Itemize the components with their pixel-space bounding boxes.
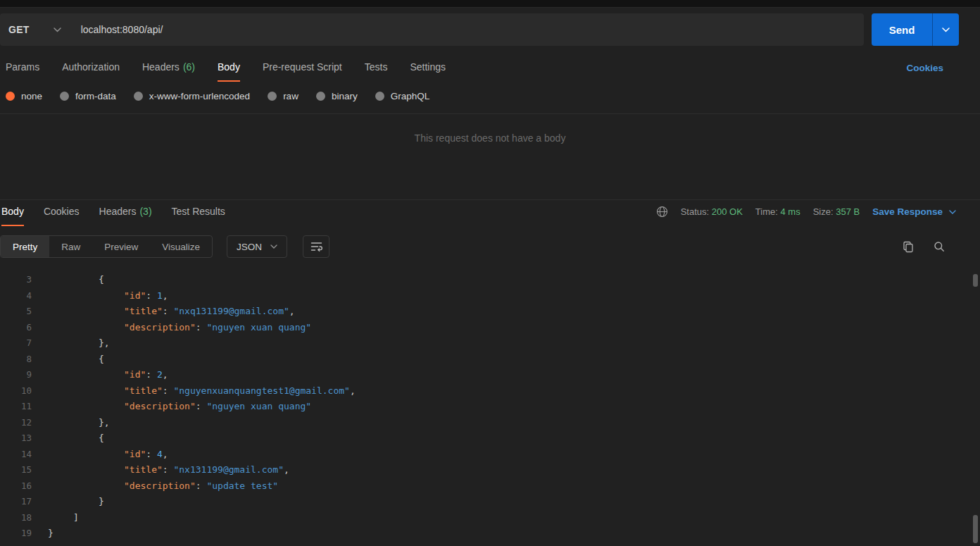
line-number: 5 [0, 304, 32, 320]
empty-body-message: This request does not have a body [0, 114, 980, 199]
line-number: 6 [0, 320, 32, 336]
vertical-scrollbar-thumb[interactable] [973, 274, 978, 287]
line-number: 9 [0, 367, 32, 383]
line-number: 11 [0, 399, 32, 415]
response-tabs: Body Cookies Headers(3) Test Results [1, 200, 225, 226]
line-number: 15 [0, 462, 32, 478]
copy-icon [903, 241, 914, 253]
body-type-radio[interactable]: form-data [60, 91, 116, 101]
code-line: 3{ [0, 272, 980, 288]
code-lines: 3{4"id": 1,5"title": "nxq131199@gmail.co… [0, 272, 980, 542]
line-number: 8 [0, 352, 32, 368]
method-label: GET [8, 24, 30, 35]
code-line: 14"id": 4, [0, 447, 980, 463]
response-meta-item: Status: 200 OK [681, 206, 743, 217]
save-response-button[interactable]: Save Response [872, 206, 956, 217]
body-type-radio[interactable]: raw [268, 91, 299, 101]
chevron-down-icon [949, 210, 956, 214]
send-button-group: Send [872, 13, 959, 46]
line-number: 7 [0, 335, 32, 352]
code-line: 9"id": 2, [0, 367, 980, 383]
vertical-scrollbar-thumb[interactable] [973, 515, 978, 543]
view-tab[interactable]: Pretty [1, 236, 49, 257]
response-meta: Status: 200 OK Time: 4 ms Size: 357 B Sa… [656, 206, 956, 226]
line-number: 13 [0, 430, 32, 447]
response-meta-item: Time: 4 ms [755, 206, 800, 217]
code-line: 16"description": "update test" [0, 478, 980, 495]
radio-dot-icon [375, 92, 384, 101]
radio-dot-icon [134, 92, 143, 101]
radio-dot-icon [316, 92, 325, 101]
response-tab[interactable]: Body [1, 200, 24, 226]
code-line: 10"title": "nguyenxuanquangtest1@gmail.c… [0, 383, 980, 399]
view-tab[interactable]: Visualize [150, 236, 212, 257]
network-globe-icon[interactable] [656, 206, 668, 218]
body-type-radio[interactable]: x-www-form-urlencoded [134, 91, 250, 101]
format-select[interactable]: JSON [227, 235, 287, 258]
response-view-tabs: PrettyRawPreviewVisualize [0, 235, 213, 258]
url-row: GET Send [0, 8, 980, 56]
code-line: 19} [0, 526, 980, 542]
radio-dot-icon [60, 92, 69, 101]
body-type-radio[interactable]: none [6, 91, 42, 101]
request-tab[interactable]: Headers(6) [142, 56, 195, 82]
wrap-text-button[interactable] [303, 235, 329, 258]
format-select-value: JSON [237, 242, 262, 252]
response-pane: Body Cookies Headers(3) Test Results Sta… [0, 199, 980, 541]
request-tab[interactable]: Tests [365, 56, 388, 82]
code-line: 12}, [0, 415, 980, 431]
line-number: 16 [0, 478, 32, 495]
request-tabs-row: Params Authorization Headers(6) Body Pre… [0, 56, 980, 82]
url-input[interactable] [73, 13, 864, 46]
view-tab[interactable]: Preview [92, 236, 150, 257]
request-tab[interactable]: Authorization [62, 56, 120, 82]
request-tab[interactable]: Pre-request Script [263, 56, 342, 82]
code-line: 4"id": 1, [0, 288, 980, 304]
request-tab[interactable]: Params [6, 56, 39, 82]
search-icon [934, 241, 945, 252]
response-tab[interactable]: Headers(3) [99, 200, 152, 226]
body-type-radio[interactable]: GraphQL [375, 91, 430, 101]
code-line: 11"description": "nguyen xuan quang" [0, 399, 980, 415]
line-number: 4 [0, 288, 32, 304]
copy-button[interactable] [903, 241, 914, 253]
line-number: 19 [0, 526, 32, 542]
method-select[interactable]: GET [0, 13, 73, 46]
request-tab[interactable]: Settings [410, 56, 446, 82]
wrap-text-icon [310, 242, 322, 252]
send-button[interactable]: Send [872, 13, 932, 46]
url-bar: GET [0, 13, 864, 46]
request-tab[interactable]: Body [218, 56, 240, 82]
window-top-strip [0, 0, 980, 8]
response-tab[interactable]: Cookies [44, 200, 80, 226]
line-number: 17 [0, 494, 32, 510]
chevron-down-icon [942, 27, 950, 32]
code-line: 18] [0, 510, 980, 526]
response-body-viewer[interactable]: 3{4"id": 1,5"title": "nxq131199@gmail.co… [0, 271, 980, 541]
send-options-button[interactable] [932, 13, 959, 46]
line-number: 12 [0, 415, 32, 431]
code-line: 5"title": "nxq131199@gmail.com", [0, 304, 980, 320]
search-button[interactable] [934, 241, 945, 252]
view-tab[interactable]: Raw [49, 236, 92, 257]
line-number: 3 [0, 272, 32, 288]
line-number: 18 [0, 510, 32, 526]
request-tabs: Params Authorization Headers(6) Body Pre… [6, 56, 446, 82]
code-line: 13{ [0, 430, 980, 447]
line-number: 14 [0, 447, 32, 463]
response-header: Body Cookies Headers(3) Test Results Sta… [0, 200, 980, 226]
body-type-radio[interactable]: binary [316, 91, 358, 101]
toolbar-right [903, 241, 945, 253]
request-pane: GET Send Params Authorization [0, 8, 980, 199]
response-toolbar: PrettyRawPreviewVisualize JSON [0, 226, 980, 266]
code-line: 17} [0, 494, 980, 510]
code-line: 7}, [0, 335, 980, 352]
save-response-label: Save Response [872, 206, 943, 217]
cookies-link[interactable]: Cookies [906, 63, 943, 82]
response-tab[interactable]: Test Results [172, 200, 225, 226]
body-type-row: none form-data x-www-form-urlencoded raw… [0, 82, 980, 114]
code-line: 8{ [0, 352, 980, 368]
response-meta-item: Size: 357 B [813, 206, 860, 217]
radio-dot-icon [268, 92, 277, 101]
chevron-down-icon [54, 27, 61, 32]
